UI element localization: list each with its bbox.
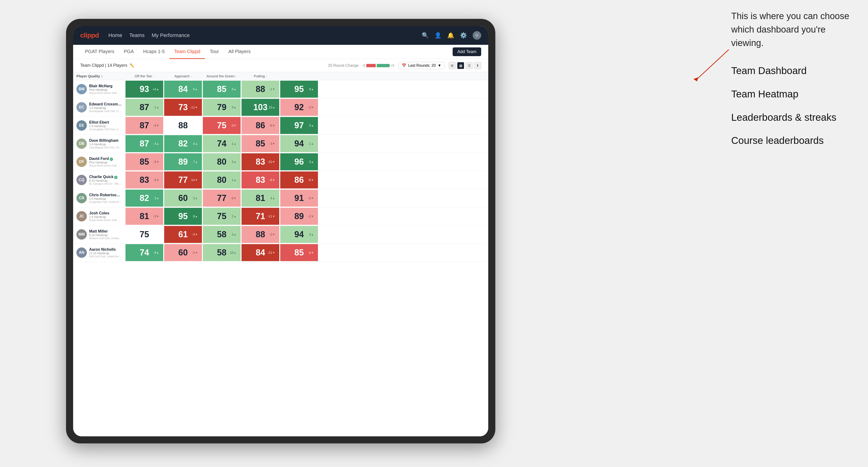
verified-icon: ✓ — [119, 194, 122, 197]
score-value: 85 — [294, 248, 304, 257]
score-value: 83 — [140, 176, 149, 184]
score-value: 89 — [294, 212, 304, 220]
score-approach: 858▲ — [203, 81, 241, 98]
player-details: Chris Robertson✓1-5 HandicapCraigmillar … — [89, 193, 122, 203]
table-wrapper: Player Quality ↕ Off the Tee ↕ Approach … — [73, 72, 488, 262]
player-name: Josh Coles — [89, 211, 122, 215]
score-change: 2▲ — [193, 196, 198, 200]
add-team-button[interactable]: Add Team — [453, 48, 481, 56]
subnav-team-clippd[interactable]: Team Clippd — [169, 45, 205, 59]
last-rounds-button[interactable]: 📅 Last Rounds: 20 ▼ — [398, 62, 445, 69]
player-details: Blair McHargPlus HandicapRoyal North Dev… — [89, 84, 122, 94]
player-info[interactable]: ANAaron Nicholls11-15 HandicapDrift Golf… — [73, 245, 125, 260]
avatar[interactable]: U — [473, 31, 481, 40]
score-value: 103 — [253, 103, 268, 112]
score-off-tee: 846▲ — [164, 81, 202, 98]
navbar: clippd Home Teams My Performance 🔍 👤 🔔 ⚙… — [73, 26, 488, 45]
subnav-pga[interactable]: PGA — [119, 45, 138, 59]
subnav: PGAT Players PGA Hcaps 1-5 Team Clippd T… — [73, 45, 488, 59]
list-view-button[interactable]: ☰ — [466, 62, 473, 69]
bell-icon[interactable]: 🔔 — [447, 32, 454, 39]
score-value: 74 — [140, 248, 149, 257]
player-name: David Ford✓ — [89, 157, 122, 161]
avatar: DF — [76, 157, 87, 167]
player-info[interactable]: DFDavid Ford✓Plus HandicapRoyal North De… — [73, 154, 125, 169]
grid-view-button[interactable]: ⊞ — [448, 62, 456, 69]
score-off-tee: 958▲ — [164, 208, 202, 225]
player-info[interactable]: JCJosh Coles1-5 HandicapRoyal North Devo… — [73, 209, 125, 224]
score-value: 97 — [294, 121, 304, 130]
score-change: -1▼ — [192, 251, 198, 254]
person-icon[interactable]: 👤 — [434, 32, 441, 39]
score-off-tee: 602▲ — [164, 190, 202, 207]
score-value: 75 — [217, 212, 226, 220]
table-row: JCJosh Coles1-5 HandicapRoyal North Devo… — [73, 207, 488, 225]
subnav-hcaps[interactable]: Hcaps 1-5 — [138, 45, 169, 59]
player-handicap: 6-10 Handicap — [89, 234, 122, 237]
heatmap-view-button[interactable]: ▦ — [457, 62, 464, 69]
score-change: 8▲ — [231, 87, 236, 91]
player-details: Charlie Quick✓6-10 HandicapSt. George's … — [89, 175, 122, 185]
score-putting: 86-8▼ — [280, 172, 318, 188]
score-value: 81 — [256, 194, 265, 203]
player-info[interactable]: MMMatt Miller6-10 HandicapWoburn Golf Cl… — [73, 227, 125, 242]
player-name: Charlie Quick✓ — [89, 175, 122, 179]
score-off-tee: 73-11▼ — [164, 99, 202, 116]
score-value: 84 — [178, 85, 188, 93]
team-header-left: Team Clippd | 14 Players ✏️ — [80, 63, 134, 68]
player-club: Woburn Golf Club, United Kingdom — [89, 237, 122, 240]
score-around-green: 86-6▼ — [242, 117, 279, 134]
nav-my-performance[interactable]: My Performance — [152, 32, 190, 38]
score-change: 7▲ — [193, 160, 198, 164]
player-info[interactable]: CRChris Robertson✓1-5 HandicapCraigmilla… — [73, 191, 125, 206]
team-name: Team Clippd | 14 Players — [80, 63, 127, 68]
expand-button[interactable]: ⬆ — [474, 62, 481, 69]
player-name: Edward Crossman — [89, 102, 122, 106]
search-icon[interactable]: 🔍 — [422, 32, 429, 39]
player-info[interactable]: ECEdward Crossman1-5 HandicapSunningdale… — [73, 100, 125, 115]
score-around-green: 10315▲ — [242, 99, 279, 116]
navbar-right: 🔍 👤 🔔 ⚙️ U — [422, 31, 481, 40]
avatar: DB — [76, 138, 87, 149]
nav-home[interactable]: Home — [108, 32, 122, 38]
subnav-tour[interactable]: Tour — [205, 45, 224, 59]
score-change: -1▼ — [269, 87, 275, 91]
player-info[interactable]: CQCharlie Quick✓6-10 HandicapSt. George'… — [73, 173, 125, 187]
player-info[interactable]: BMBlair McHargPlus HandicapRoyal North D… — [73, 82, 125, 97]
player-info[interactable]: EEElliot Ebert1-5 HandicapSunningdale Go… — [73, 118, 125, 133]
score-change: 3▲ — [309, 160, 314, 164]
score-change: +4▲ — [152, 87, 159, 91]
player-club: St. George's Hill GC - Weybridge - Surre… — [89, 182, 122, 185]
score-value: 92 — [294, 103, 304, 112]
score-change: -2▼ — [308, 214, 314, 218]
score-value: 77 — [217, 194, 226, 203]
putting-header: Putting ↕ — [241, 74, 280, 78]
edit-icon[interactable]: ✏️ — [130, 63, 134, 68]
calendar-icon: 📅 — [402, 63, 406, 68]
table-row: EEElliot Ebert1-5 HandicapSunningdale Go… — [73, 117, 488, 135]
score-value: 82 — [178, 139, 188, 148]
score-change: 1▲ — [231, 178, 236, 182]
avatar: EE — [76, 120, 87, 131]
score-off-tee: 824▲ — [164, 135, 202, 152]
app-logo: clippd — [80, 32, 99, 39]
player-club: Gog Magog Golf Club, United Kingdom — [89, 146, 122, 149]
table-row: DFDavid Ford✓Plus HandicapRoyal North De… — [73, 153, 488, 171]
nav-teams[interactable]: Teams — [129, 32, 145, 38]
subnav-all-players[interactable]: All Players — [224, 45, 255, 59]
score-change: -6▼ — [269, 124, 275, 127]
table-row: CQCharlie Quick✓6-10 HandicapSt. George'… — [73, 171, 488, 189]
score-change: 9▲ — [309, 87, 314, 91]
score-approach: 752▲ — [203, 208, 241, 225]
score-change: -3▼ — [269, 142, 275, 146]
score-approach: 801▲ — [203, 172, 241, 188]
player-handicap: 6-10 Handicap — [89, 179, 122, 182]
settings-icon[interactable]: ⚙️ — [460, 32, 467, 39]
player-name: Elliot Ebert — [89, 120, 122, 125]
score-off-tee: 77-14▼ — [164, 172, 202, 188]
player-info[interactable]: DBDave Billingham1-5 HandicapGog Magog G… — [73, 136, 125, 151]
subnav-pgat[interactable]: PGAT Players — [80, 45, 119, 59]
score-around-green: 83-10▼ — [242, 153, 279, 170]
score-value: 88 — [178, 121, 188, 130]
sort-icon[interactable]: ↕ — [101, 74, 103, 78]
